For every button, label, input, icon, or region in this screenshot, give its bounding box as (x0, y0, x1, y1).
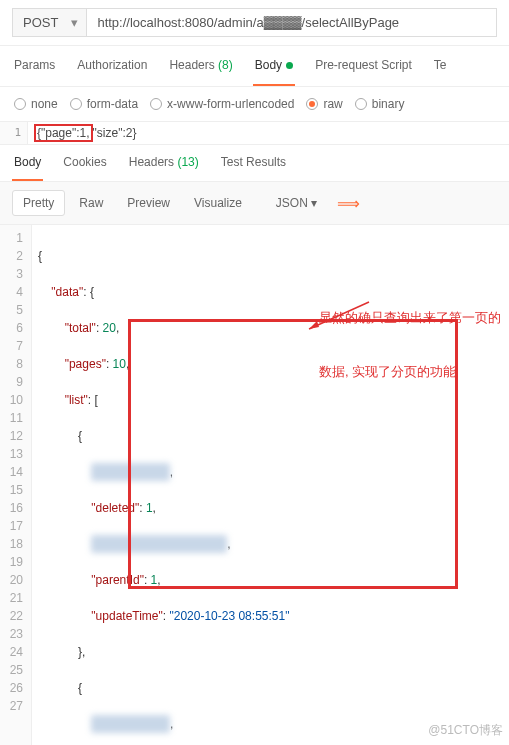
url-input[interactable] (87, 8, 497, 37)
response-view-bar: Pretty Raw Preview Visualize JSON ▾ ⟹ (0, 182, 509, 225)
view-pretty[interactable]: Pretty (12, 190, 65, 216)
radio-raw[interactable]: raw (306, 97, 342, 111)
view-raw[interactable]: Raw (69, 191, 113, 215)
body-indicator-icon (286, 62, 293, 69)
tab-tests[interactable]: Te (432, 46, 449, 86)
tab-authorization[interactable]: Authorization (75, 46, 149, 86)
radio-form-data[interactable]: form-data (70, 97, 138, 111)
http-method-select[interactable]: POST (12, 8, 87, 37)
wrap-lines-icon[interactable]: ⟹ (337, 194, 360, 213)
response-tabs: Body Cookies Headers (13) Test Results (0, 145, 509, 182)
view-preview[interactable]: Preview (117, 191, 180, 215)
tab-body[interactable]: Body (253, 46, 295, 86)
body-type-row: none form-data x-www-form-urlencoded raw… (0, 87, 509, 122)
request-tabs: Params Authorization Headers (8) Body Pr… (0, 46, 509, 87)
rtab-cookies[interactable]: Cookies (61, 145, 108, 181)
request-body-editor[interactable]: 1 {"page":1,"size":2} (0, 122, 509, 145)
tab-params[interactable]: Params (12, 46, 57, 86)
json-line-numbers: 1234567891011121314151617181920212223242… (0, 225, 32, 745)
view-visualize[interactable]: Visualize (184, 191, 252, 215)
highlighted-page-param: {"page":1, (34, 124, 93, 142)
json-content: { "data": { "total": 20, "pages": 10, "l… (32, 225, 509, 745)
body-line-number: 1 (0, 122, 28, 144)
radio-xwww[interactable]: x-www-form-urlencoded (150, 97, 294, 111)
tab-headers[interactable]: Headers (8) (167, 46, 234, 86)
rtab-headers[interactable]: Headers (13) (127, 145, 201, 181)
response-json-viewer[interactable]: 1234567891011121314151617181920212223242… (0, 225, 509, 745)
radio-binary[interactable]: binary (355, 97, 405, 111)
tab-prerequest[interactable]: Pre-request Script (313, 46, 414, 86)
rtab-body[interactable]: Body (12, 145, 43, 181)
format-select[interactable]: JSON ▾ (268, 192, 325, 214)
radio-none[interactable]: none (14, 97, 58, 111)
watermark: @51CTO博客 (428, 722, 503, 739)
rtab-test-results[interactable]: Test Results (219, 145, 288, 181)
